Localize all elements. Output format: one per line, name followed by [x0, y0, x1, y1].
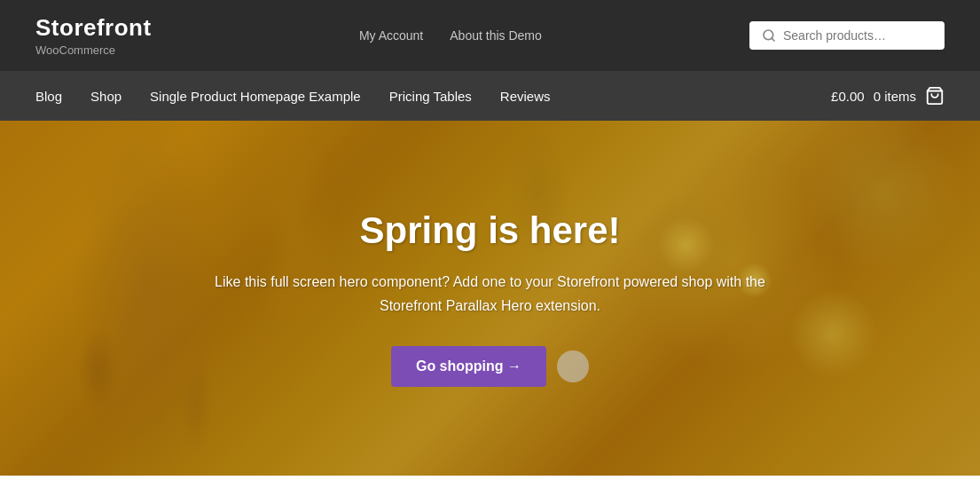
hero-content: Spring is here! Like this full screen he…	[180, 209, 801, 387]
go-shopping-button[interactable]: Go shopping →	[391, 346, 546, 387]
search-input[interactable]	[783, 28, 932, 43]
cart-icon	[925, 86, 945, 106]
cart-area[interactable]: £0.00 0 items	[831, 86, 945, 106]
main-nav-links: Blog Shop Single Product Homepage Exampl…	[35, 89, 551, 104]
my-account-link[interactable]: My Account	[359, 28, 423, 43]
top-nav: My Account About this Demo	[359, 28, 542, 43]
main-nav: Blog Shop Single Product Homepage Exampl…	[0, 71, 980, 121]
search-bar	[749, 21, 945, 50]
hero-title: Spring is here!	[198, 209, 783, 252]
cart-total: £0.00	[831, 89, 865, 104]
nav-link-single-product[interactable]: Single Product Homepage Example	[150, 89, 361, 104]
brand-title: Storefront	[35, 14, 152, 42]
brand-area: Storefront WooCommerce	[35, 14, 152, 57]
about-demo-link[interactable]: About this Demo	[450, 28, 542, 43]
hero-description: Like this full screen hero component? Ad…	[198, 270, 783, 318]
nav-link-blog[interactable]: Blog	[35, 89, 62, 104]
hero-button-area: Go shopping →	[198, 346, 783, 387]
nav-link-reviews[interactable]: Reviews	[500, 89, 551, 104]
svg-line-1	[772, 38, 774, 41]
search-icon	[762, 28, 776, 43]
nav-link-pricing-tables[interactable]: Pricing Tables	[389, 89, 472, 104]
top-header: Storefront WooCommerce My Account About …	[0, 0, 980, 71]
cart-items-count: 0 items	[874, 89, 916, 104]
nav-link-shop[interactable]: Shop	[90, 89, 122, 104]
scroll-indicator	[557, 350, 589, 382]
brand-subtitle: WooCommerce	[35, 43, 152, 57]
hero-section: Spring is here! Like this full screen he…	[0, 121, 980, 476]
